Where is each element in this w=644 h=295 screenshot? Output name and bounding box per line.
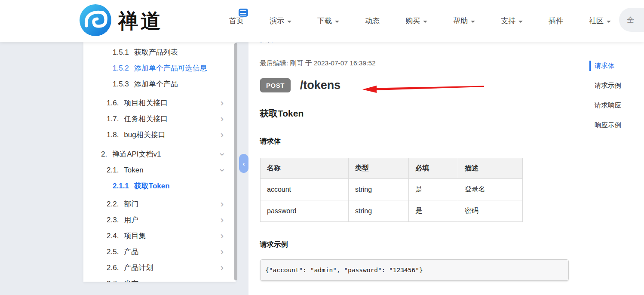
- item-number: 1.5.1: [113, 48, 129, 57]
- item-label: 部门: [124, 199, 138, 209]
- item-label: 添加单个产品: [134, 79, 178, 89]
- code-block: {"account": "admin", "password": "123456…: [260, 259, 569, 281]
- item-number: 2.5.: [107, 248, 119, 256]
- params-table-head: 名称类型必填描述: [261, 158, 523, 179]
- page: 获取Token 最后编辑: 刚哥 于 2023-07-07 16:39:52 P…: [0, 0, 644, 295]
- item-number: 2.1.1: [113, 182, 129, 191]
- nav-item-5[interactable]: 帮助: [453, 16, 475, 26]
- nav-item-8[interactable]: 社区: [589, 16, 611, 26]
- last-edited-meta: 最后编辑: 刚哥 于 2023-07-07 16:39:52: [260, 59, 376, 68]
- item-label: 产品: [124, 247, 138, 257]
- zentao-logo-icon: [79, 3, 112, 37]
- toc-item-1[interactable]: 请求示例: [589, 76, 621, 95]
- endpoint-row: POST /tokens: [260, 78, 340, 92]
- chevron-down-icon: [607, 21, 611, 23]
- toc-item-0[interactable]: 请求体: [589, 56, 621, 76]
- item-number: 2.7.: [107, 280, 119, 282]
- toc-item-label: 请求示例: [595, 81, 621, 90]
- sidebar-item-1-5-1[interactable]: 1.5.1获取产品列表: [83, 44, 236, 60]
- sidebar-item-2-6[interactable]: 2.6.产品计划›: [83, 260, 236, 276]
- item-label: 发布: [124, 279, 138, 282]
- nav-item-label: 演示: [270, 16, 284, 26]
- table-row: accountstring是登录名: [261, 179, 523, 200]
- item-number: 2.: [101, 150, 107, 159]
- item-label: 用户: [124, 215, 138, 225]
- nav-item-label: 帮助: [453, 16, 468, 26]
- sidebar-item-2-7[interactable]: 2.7.发布›: [83, 276, 236, 282]
- method-badge: POST: [260, 78, 291, 92]
- chevron-right-icon: ›: [221, 130, 224, 140]
- chevron-down-icon: [423, 21, 427, 23]
- item-label: 添加单个产品可选信息: [134, 63, 207, 73]
- nav-item-label: 插件: [549, 16, 563, 26]
- nav-item-label: 下载: [317, 16, 332, 26]
- table-cell: password: [261, 200, 349, 222]
- nav-item-6[interactable]: 支持: [501, 16, 523, 26]
- item-number: 2.6.: [107, 264, 119, 272]
- item-number: 2.3.: [107, 216, 119, 224]
- item-label: Token: [124, 166, 143, 175]
- search-pill-label: 全: [627, 15, 634, 25]
- sidebar-item-1-8[interactable]: 1.8.bug相关接口›: [83, 127, 236, 143]
- params-table: 名称类型必填描述 accountstring是登录名passwordstring…: [260, 158, 523, 222]
- table-cell: 登录名: [458, 179, 523, 200]
- chevron-down-icon: ›: [217, 169, 227, 172]
- sidebar-item-1-5-2[interactable]: 1.5.2添加单个产品可选信息: [83, 60, 236, 76]
- chevron-left-icon: ‹: [243, 160, 245, 167]
- toc-item-3[interactable]: 响应示例: [589, 115, 621, 135]
- nav-item-3[interactable]: 动态: [365, 16, 380, 26]
- item-label: 禅道API文档v1: [112, 149, 161, 159]
- item-number: 2.1.: [107, 166, 119, 175]
- chevron-right-icon: ›: [221, 114, 224, 124]
- chevron-right-icon: ›: [221, 98, 224, 108]
- nav-item-0[interactable]: 首页: [229, 16, 244, 26]
- toc-item-2[interactable]: 请求响应: [589, 95, 621, 115]
- sidebar: 1.5.1获取产品列表1.5.2添加单个产品可选信息1.5.3添加单个产品1.6…: [83, 42, 236, 282]
- search-pill[interactable]: 全: [619, 8, 644, 32]
- table-cell: string: [349, 200, 409, 222]
- item-label: 获取产品列表: [134, 47, 178, 57]
- chevron-down-icon: ›: [217, 153, 227, 156]
- chevron-right-icon: ›: [221, 279, 224, 282]
- endpoint-path: /tokens: [300, 79, 341, 92]
- sidebar-item-2-3[interactable]: 2.3.用户›: [83, 212, 236, 228]
- table-header-cell: 类型: [349, 158, 409, 179]
- sidebar-item-2-2[interactable]: 2.2.部门›: [83, 196, 236, 212]
- item-number: 1.6.: [107, 99, 119, 108]
- nav-item-label: 支持: [501, 16, 515, 26]
- item-number: 1.7.: [107, 115, 119, 123]
- nav-item-label: 社区: [589, 16, 604, 26]
- logo-text: 禅道: [118, 8, 163, 35]
- chevron-right-icon: ›: [221, 247, 224, 257]
- request-example-heading: 请求示例: [260, 240, 288, 249]
- sidebar-item-2-1-1[interactable]: 2.1.1获取Token: [83, 178, 236, 194]
- table-cell: account: [261, 179, 349, 200]
- sidebar-item-2-5[interactable]: 2.5.产品›: [83, 244, 236, 260]
- sidebar-item-1-5-3[interactable]: 1.5.3添加单个产品: [83, 76, 236, 92]
- logo[interactable]: 禅道: [79, 3, 163, 37]
- chevron-down-icon: [335, 21, 339, 23]
- item-number: 2.2.: [107, 200, 119, 209]
- sidebar-item-1-6[interactable]: 1.6.项目相关接口›: [83, 95, 236, 111]
- page-title: 获取Token: [260, 108, 304, 120]
- sidebar-item-2[interactable]: 2.禅道API文档v1›: [83, 146, 236, 162]
- table-header-cell: 描述: [458, 158, 523, 179]
- nav-item-label: 首页: [229, 16, 244, 26]
- nav-item-1[interactable]: 演示: [270, 16, 291, 26]
- nav-item-2[interactable]: 下载: [317, 16, 339, 26]
- sidebar-item-1-7[interactable]: 1.7.任务相关接口›: [83, 111, 236, 127]
- code-text: {"account": "admin", "password": "123456…: [265, 267, 423, 273]
- sidebar-scrollbar[interactable]: [234, 43, 237, 280]
- nav-item-4[interactable]: 购买: [405, 16, 427, 26]
- item-label: 产品计划: [124, 263, 153, 273]
- sidebar-item-2-4[interactable]: 2.4.项目集›: [83, 228, 236, 244]
- chevron-down-icon: [471, 21, 475, 23]
- table-header-cell: 必填: [409, 158, 458, 179]
- sidebar-item-2-1[interactable]: 2.1.Token›: [83, 162, 236, 178]
- chevron-right-icon: ›: [221, 231, 224, 241]
- toc-item-label: 响应示例: [595, 121, 621, 130]
- sidebar-collapse-handle[interactable]: ‹: [239, 154, 248, 173]
- nav-item-7[interactable]: 插件: [549, 16, 563, 26]
- item-label: 项目相关接口: [124, 98, 168, 108]
- toc-item-label: 请求体: [595, 61, 615, 71]
